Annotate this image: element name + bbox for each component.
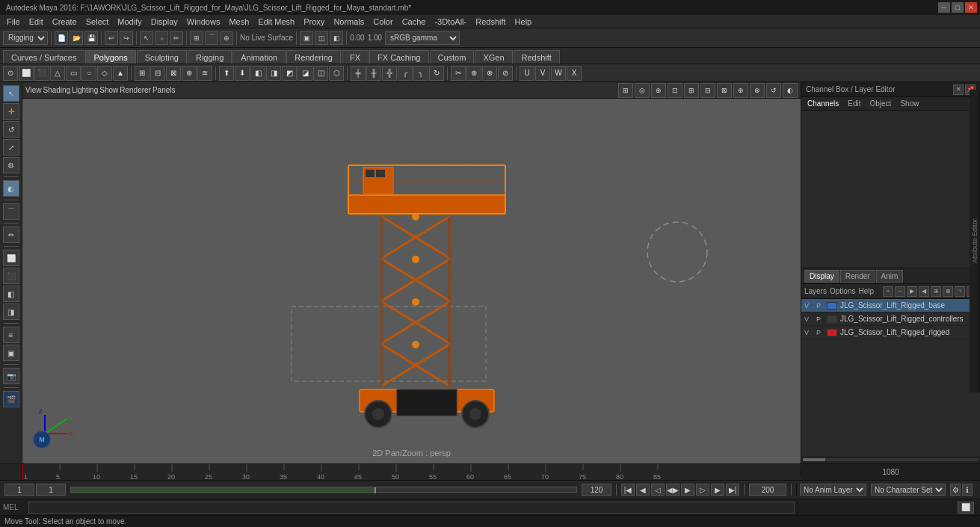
poly-tool-combine[interactable]: ⊞	[135, 66, 150, 81]
play-back-btn[interactable]: ◀▶	[666, 484, 679, 496]
tab-custom[interactable]: Custom	[430, 50, 475, 64]
poly-tool-transform[interactable]: ╭	[398, 66, 413, 81]
poly-tool-connect[interactable]: ◫	[313, 66, 328, 81]
vp-icon-9[interactable]: ⊗	[750, 83, 765, 98]
layer-row-2[interactable]: V P JLG_Scissor_Lift_Rigged_rigged	[801, 326, 980, 339]
dt-tab-anim[interactable]: Anim	[876, 270, 904, 283]
select-tool-btn[interactable]: ↖	[3, 85, 19, 102]
tab-xgen[interactable]: XGen	[475, 50, 512, 64]
tab-redshift[interactable]: Redshift	[514, 50, 560, 64]
del-layer-icon[interactable]: −	[895, 286, 905, 297]
dt-tab-render[interactable]: Render	[840, 270, 875, 283]
tab-fx[interactable]: FX	[342, 50, 369, 64]
mel-input[interactable]	[28, 502, 795, 514]
anim-end-field2[interactable]	[749, 484, 786, 496]
poly-tool-uv1[interactable]: U	[520, 66, 534, 81]
lasso-icon[interactable]: ⬦	[155, 31, 168, 45]
dt-tab-display[interactable]: Display	[804, 270, 839, 283]
prev-key-btn[interactable]: ◁	[651, 484, 665, 496]
menu-help[interactable]: Help	[511, 16, 536, 27]
tab-sculpting[interactable]: Sculpting	[137, 50, 187, 64]
tab-polygons[interactable]: Polygons	[85, 50, 135, 64]
poly-tool-fill[interactable]: ◨	[266, 66, 281, 81]
poly-tool-collapse[interactable]: ⊗	[482, 66, 497, 81]
layer-v-0[interactable]: V	[804, 302, 813, 309]
poly-tool-uv2[interactable]: V	[535, 66, 550, 81]
vp-icon-8[interactable]: ⊕	[733, 83, 748, 98]
scroll-thumb[interactable]	[803, 458, 825, 461]
layer-btn-2[interactable]: ◀	[919, 286, 929, 297]
new-layer-icon[interactable]: +	[883, 286, 893, 297]
scale-tool-btn[interactable]: ⤢	[3, 139, 19, 155]
render-icon-3[interactable]: ◧	[330, 31, 343, 45]
gamma-select[interactable]: sRGB gamma	[385, 31, 460, 45]
vp-show-menu[interactable]: Show	[99, 86, 118, 94]
new-file-icon[interactable]: 📄	[55, 31, 68, 45]
move-tool-btn[interactable]: ✛	[3, 103, 19, 120]
vp-icon-10[interactable]: ↺	[766, 83, 781, 98]
menu-normals[interactable]: Normals	[330, 16, 368, 27]
menu-windows[interactable]: Windows	[183, 16, 224, 27]
ch-tab-show[interactable]: Show	[897, 99, 922, 108]
poly-tool-cone[interactable]: △	[50, 66, 65, 81]
poly-tool-spin[interactable]: ↻	[429, 66, 444, 81]
poly-tool-extract[interactable]: ⊠	[166, 66, 181, 81]
pb-settings-btn[interactable]: ⚙	[950, 484, 961, 496]
mode-select[interactable]: Rigging	[3, 31, 48, 45]
play-fwd-btn[interactable]: ▶	[681, 484, 694, 496]
anim-layer-select[interactable]: No Anim Layer	[800, 484, 866, 496]
poly-tool-cube[interactable]: ⬜	[19, 66, 34, 81]
vp-view-menu[interactable]: View	[25, 86, 42, 94]
poly-tool-boolean[interactable]: ⊕	[182, 66, 197, 81]
vp-panels-menu[interactable]: Panels	[152, 86, 176, 94]
viewport-canvas[interactable]: Y X Z 2D Pan/Zoom : persp M	[22, 99, 801, 463]
lt-btn-5[interactable]: ⬜	[3, 250, 19, 266]
paint-btn[interactable]: ✏	[3, 226, 19, 243]
tab-curves-surfaces[interactable]: Curves / Surfaces	[3, 50, 84, 64]
redo-icon[interactable]: ↪	[120, 31, 133, 45]
pb-info-btn[interactable]: ℹ	[962, 484, 973, 496]
layer-p-0[interactable]: P	[816, 302, 824, 309]
anim-start-field[interactable]	[4, 484, 34, 496]
ch-tab-edit[interactable]: Edit	[845, 99, 863, 108]
step-fwd-btn[interactable]: ▶	[711, 484, 724, 496]
menu-edit[interactable]: Edit	[25, 16, 47, 27]
menu-redshift[interactable]: Redshift	[472, 16, 509, 27]
poly-tool-merge[interactable]: ⊘	[498, 66, 513, 81]
layer-btn-1[interactable]: ▶	[907, 286, 917, 297]
tab-animation[interactable]: Animation	[232, 50, 286, 64]
lt-btn-8[interactable]: ◨	[3, 303, 19, 320]
layer-row-0[interactable]: V P JLG_Scissor_Lift_Rigged_base	[801, 299, 980, 312]
rotate-tool-btn[interactable]: ↺	[3, 121, 19, 138]
poly-tool-target-weld[interactable]: ⊕	[466, 66, 481, 81]
tab-fx-caching[interactable]: FX Caching	[369, 50, 428, 64]
soft-select-btn[interactable]: ◐	[3, 180, 19, 197]
save-file-icon[interactable]: 💾	[84, 31, 98, 45]
render-icon-1[interactable]: ▣	[300, 31, 313, 45]
mel-expand-btn[interactable]: ⬜	[958, 502, 974, 514]
layers-menu-help[interactable]: Help	[858, 287, 874, 295]
menu-proxy[interactable]: Proxy	[300, 16, 328, 27]
poly-tool-detach[interactable]: ⬡	[329, 66, 344, 81]
menu-mesh[interactable]: Mesh	[225, 16, 253, 27]
layer-v-2[interactable]: V	[804, 329, 813, 336]
menu-select[interactable]: Select	[82, 16, 113, 27]
vp-renderer-menu[interactable]: Renderer	[120, 86, 151, 94]
open-file-icon[interactable]: 📂	[70, 31, 83, 45]
vp-lighting-menu[interactable]: Lighting	[72, 86, 98, 94]
poly-tool-offset[interactable]: ╫	[366, 66, 381, 81]
ch-tab-channels[interactable]: Channels	[804, 99, 842, 108]
char-set-select[interactable]: No Character Set	[871, 484, 946, 496]
poly-tool-uv4[interactable]: X	[567, 66, 582, 81]
close-button[interactable]: ✕	[965, 2, 977, 13]
poly-tool-prism[interactable]: ◇	[97, 66, 112, 81]
snap-grid-icon[interactable]: ⊞	[190, 31, 203, 45]
lt-btn-9[interactable]: ≡	[3, 327, 19, 343]
step-back-btn[interactable]: ◀	[636, 484, 650, 496]
layers-menu-options[interactable]: Options	[830, 287, 855, 295]
lt-btn-7[interactable]: ◧	[3, 286, 19, 302]
go-end-btn[interactable]: ▶|	[726, 484, 739, 496]
menu-color[interactable]: Color	[369, 16, 396, 27]
layer-btn-5[interactable]: ↑	[955, 286, 965, 297]
lt-btn-10[interactable]: ▣	[3, 345, 19, 361]
